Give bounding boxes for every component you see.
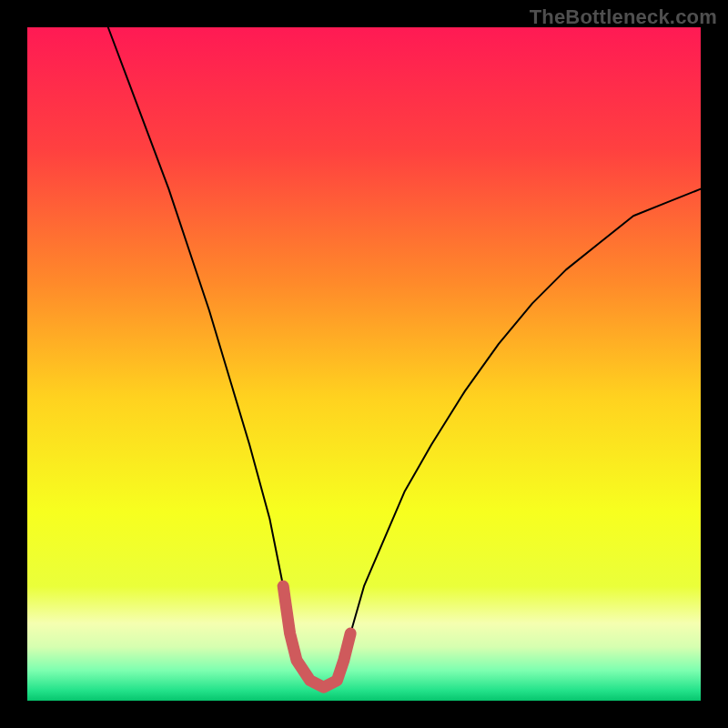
plot-area xyxy=(27,27,701,701)
curve-layer xyxy=(27,27,701,701)
watermark-text: TheBottleneck.com xyxy=(530,5,717,29)
chart-frame: TheBottleneck.com xyxy=(0,0,728,728)
bottleneck-curve xyxy=(108,27,701,687)
optimal-range-highlight xyxy=(283,586,350,687)
